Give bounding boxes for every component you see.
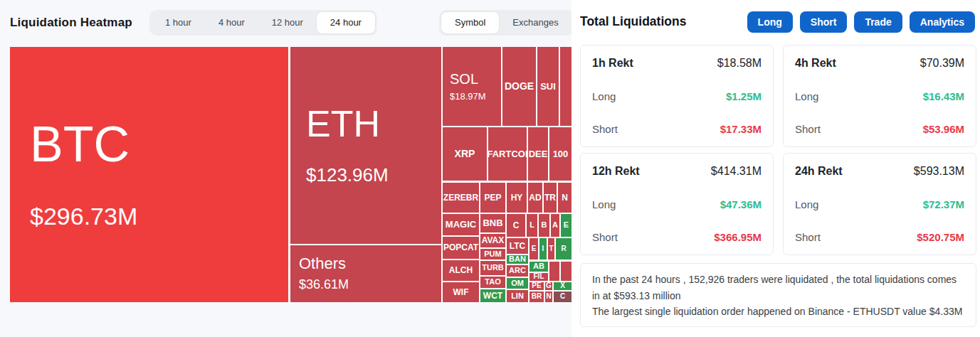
treemap-cell-ad[interactable]: AD	[528, 183, 542, 213]
card-title: 4h Rekt	[795, 57, 836, 70]
time-option-12-hour[interactable]: 12 hour	[258, 12, 317, 33]
treemap-cell-c[interactable]: C	[507, 214, 525, 237]
treemap-cell-lin[interactable]: LIN	[507, 290, 528, 302]
treemap-cell-label: E	[564, 221, 569, 230]
treemap-cell-label: E	[532, 245, 537, 253]
treemap-cell-wif[interactable]: WIF	[443, 282, 479, 302]
treemap-cell-b[interactable]: B	[539, 214, 549, 237]
time-option-1-hour[interactable]: 1 hour	[152, 12, 205, 33]
treemap-cell-e[interactable]: E	[529, 238, 538, 260]
view-option-symbol[interactable]: Symbol	[441, 12, 499, 33]
treemap-cell-arc[interactable]: ARC	[507, 265, 528, 277]
treemap-cell-others[interactable]: Others$36.61M	[290, 245, 441, 302]
treemap-cell-x[interactable]: X	[554, 282, 571, 290]
time-option-4-hour[interactable]: 4 hour	[205, 12, 258, 33]
treemap-cell-wct[interactable]: WCT	[480, 289, 505, 302]
card-total-value: $593.13M	[914, 165, 964, 178]
treemap-cell-bnb[interactable]: BNB	[480, 214, 505, 232]
treemap-cell-pep[interactable]: PEP	[480, 183, 505, 213]
treemap-cell-r[interactable]: R	[556, 238, 571, 260]
treemap-cell-label: TURB	[482, 264, 504, 272]
treemap-cell-c[interactable]: C	[554, 291, 571, 302]
treemap-cell-i[interactable]: I	[539, 238, 547, 260]
treemap-cell-fartcoi[interactable]: FARTCOI	[488, 127, 527, 181]
treemap-cell-label: T	[549, 245, 553, 253]
treemap-cell-popcat[interactable]: POPCAT	[443, 237, 479, 259]
treemap-cell-ban[interactable]: BAN	[507, 255, 528, 264]
treemap-cell-value: $18.97M	[450, 91, 486, 102]
trade-button[interactable]: Trade	[854, 11, 902, 33]
treemap-cell-doge[interactable]: DOGE	[502, 47, 536, 126]
treemap-cell-label: N	[562, 193, 568, 203]
card-long-row: Long$72.37M	[795, 198, 964, 210]
treemap-cell-label: POPCAT	[443, 243, 478, 252]
card-title: 1h Rekt	[592, 57, 633, 70]
time-filter: 1 hour4 hour12 hour24 hour	[149, 10, 377, 36]
short-value: $366.95M	[714, 231, 762, 243]
treemap-cell-hy[interactable]: HY	[507, 183, 527, 213]
treemap-cell-sui[interactable]: SUI	[537, 47, 559, 126]
short-button[interactable]: Short	[800, 11, 848, 33]
treemap-cell-value: $36.61M	[299, 277, 349, 292]
total-liquidations-panel: Total Liquidations LongShortTradeAnalyti…	[571, 0, 980, 337]
treemap-cell-label: 100	[553, 149, 569, 159]
treemap-cell-t[interactable]: T	[548, 238, 554, 260]
treemap-cell-n[interactable]: N	[545, 291, 552, 302]
long-value: $47.36M	[720, 198, 762, 210]
treemap-cell-a[interactable]: A	[551, 214, 559, 237]
treemap-cell-dee[interactable]: DEE	[528, 127, 548, 181]
long-value: $1.25M	[726, 90, 762, 102]
treemap-cell-g[interactable]: G	[545, 282, 552, 290]
treemap-cell-cell[interactable]	[560, 47, 571, 126]
card-header-row: 1h Rekt$18.58M	[592, 57, 762, 70]
treemap-cell-n[interactable]: N	[558, 183, 571, 213]
treemap-cell-tao[interactable]: TAO	[480, 277, 505, 288]
long-button[interactable]: Long	[747, 11, 793, 33]
treemap-cell-label: DOGE	[505, 81, 534, 92]
treemap-cell-label: G	[546, 282, 552, 290]
treemap-cell-btc[interactable]: BTC$296.73M	[10, 47, 288, 302]
treemap-cell-cell[interactable]	[549, 262, 559, 281]
treemap-cell-label: I	[542, 245, 544, 253]
long-label: Long	[795, 90, 818, 102]
time-option-24-hour[interactable]: 24 hour	[317, 12, 375, 33]
rekt-card-1h-rekt: 1h Rekt$18.58MLong$1.25MShort$17.33M	[580, 45, 774, 147]
treemap-cell-label: BTC	[30, 119, 130, 171]
treemap-cell-label: AVAX	[482, 236, 505, 245]
treemap-cell-label: TAO	[485, 278, 500, 287]
card-short-row: Short$17.33M	[592, 123, 762, 135]
treemap-cell-pum[interactable]: PUM	[480, 249, 505, 260]
treemap-cell-xrp[interactable]: XRP	[443, 127, 487, 181]
treemap-cell-sol[interactable]: SOL$18.97M	[443, 47, 501, 126]
treemap-cell-om[interactable]: OM	[507, 278, 528, 289]
treemap-cell-label: OM	[511, 279, 524, 288]
treemap-cell-label: SOL	[450, 72, 478, 87]
treemap-cell-100[interactable]: 100	[549, 127, 571, 181]
treemap-cell-turb[interactable]: TURB	[480, 261, 505, 275]
analytics-button[interactable]: Analytics	[910, 11, 975, 33]
treemap-cell-e[interactable]: E	[561, 214, 571, 237]
rekt-card-12h-rekt: 12h Rekt$414.31MLong$47.36MShort$366.95M	[580, 153, 774, 255]
short-label: Short	[795, 231, 821, 243]
treemap-cell-label: WIF	[453, 288, 469, 297]
treemap-cell-ab[interactable]: AB	[529, 262, 548, 272]
treemap-cell-label: LTC	[510, 242, 525, 251]
treemap-cell-alch[interactable]: ALCH	[443, 260, 479, 281]
treemap-cell-tr[interactable]: TR	[544, 183, 557, 213]
treemap-cell-avax[interactable]: AVAX	[480, 234, 505, 247]
treemap-cell-l[interactable]: L	[527, 214, 537, 237]
treemap-cell-eth[interactable]: ETH$123.96M	[290, 47, 441, 244]
treemap-cell-zerebr[interactable]: ZEREBR	[443, 183, 479, 213]
card-total-value: $70.39M	[920, 57, 964, 70]
card-header-row: 24h Rekt$593.13M	[795, 165, 964, 178]
treemap-cell-pe[interactable]: PE	[529, 282, 544, 290]
treemap-cell-magic[interactable]: MAGIC	[443, 214, 479, 235]
treemap-cell-cell[interactable]	[561, 262, 571, 281]
view-option-exchanges[interactable]: Exchanges	[499, 12, 571, 33]
liquidation-dashboard: Liquidation Heatmap 1 hour4 hour12 hour2…	[0, 0, 980, 337]
treemap-cell-label: X	[560, 282, 565, 290]
treemap-cell-label: AD	[529, 193, 541, 203]
treemap-cell-fil[interactable]: FIL	[529, 273, 548, 281]
treemap-cell-ltc[interactable]: LTC	[507, 238, 528, 254]
treemap-cell-br[interactable]: BR	[529, 291, 544, 302]
